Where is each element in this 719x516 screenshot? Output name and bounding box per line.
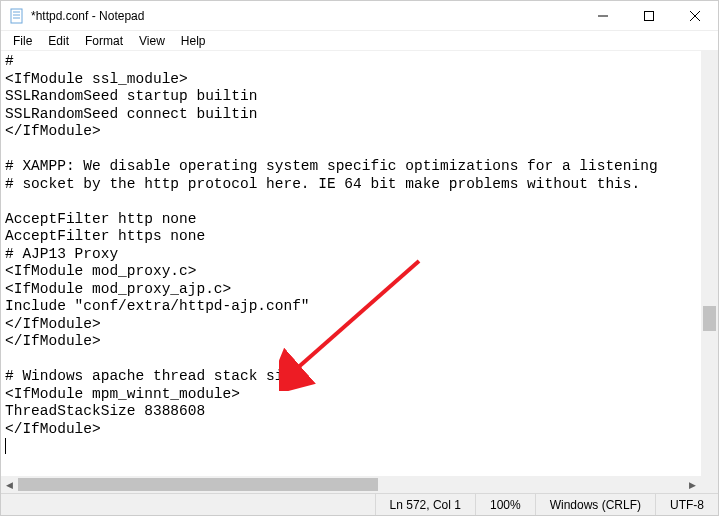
horizontal-scrollbar[interactable]: ◀ ▶ bbox=[1, 476, 701, 493]
status-zoom: 100% bbox=[475, 494, 535, 515]
close-button[interactable] bbox=[672, 1, 718, 30]
horizontal-scroll-thumb[interactable] bbox=[18, 478, 378, 491]
titlebar: *httpd.conf - Notepad bbox=[1, 1, 718, 31]
menu-edit[interactable]: Edit bbox=[40, 32, 77, 50]
status-position: Ln 572, Col 1 bbox=[375, 494, 475, 515]
text-editor[interactable]: # <IfModule ssl_module> SSLRandomSeed st… bbox=[1, 51, 701, 476]
maximize-button[interactable] bbox=[626, 1, 672, 30]
menu-format[interactable]: Format bbox=[77, 32, 131, 50]
status-encoding: UTF-8 bbox=[655, 494, 718, 515]
window-title: *httpd.conf - Notepad bbox=[31, 9, 580, 23]
scroll-right-icon[interactable]: ▶ bbox=[684, 476, 701, 493]
svg-rect-5 bbox=[645, 11, 654, 20]
statusbar: Ln 572, Col 1 100% Windows (CRLF) UTF-8 bbox=[1, 493, 718, 515]
window-controls bbox=[580, 1, 718, 30]
editor-area: # <IfModule ssl_module> SSLRandomSeed st… bbox=[1, 51, 718, 493]
menu-help[interactable]: Help bbox=[173, 32, 214, 50]
editor-content: # <IfModule ssl_module> SSLRandomSeed st… bbox=[5, 53, 658, 437]
text-caret bbox=[5, 438, 6, 454]
status-line-ending: Windows (CRLF) bbox=[535, 494, 655, 515]
scroll-left-icon[interactable]: ◀ bbox=[1, 476, 18, 493]
menu-view[interactable]: View bbox=[131, 32, 173, 50]
menu-file[interactable]: File bbox=[5, 32, 40, 50]
svg-rect-0 bbox=[11, 9, 22, 23]
notepad-icon bbox=[9, 8, 25, 24]
horizontal-scroll-track[interactable] bbox=[18, 476, 684, 493]
scroll-corner bbox=[701, 476, 718, 493]
minimize-button[interactable] bbox=[580, 1, 626, 30]
vertical-scrollbar[interactable] bbox=[701, 51, 718, 476]
menubar: File Edit Format View Help bbox=[1, 31, 718, 51]
vertical-scroll-thumb[interactable] bbox=[703, 306, 716, 331]
